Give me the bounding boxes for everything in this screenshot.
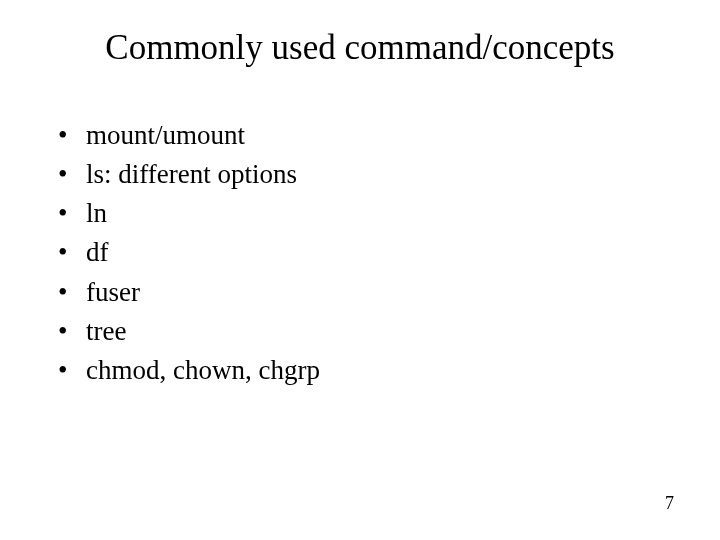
bullet-text: tree	[86, 312, 126, 351]
list-item: • ln	[58, 194, 672, 233]
bullet-text: chmod, chown, chgrp	[86, 351, 320, 390]
bullet-dot-icon: •	[58, 233, 86, 272]
list-item: • ls: different options	[58, 155, 672, 194]
bullet-dot-icon: •	[58, 194, 86, 233]
page-number: 7	[665, 493, 674, 514]
bullet-dot-icon: •	[58, 155, 86, 194]
list-item: • tree	[58, 312, 672, 351]
bullet-text: ln	[86, 194, 107, 233]
bullet-text: ls: different options	[86, 155, 297, 194]
bullet-dot-icon: •	[58, 116, 86, 155]
bullet-dot-icon: •	[58, 273, 86, 312]
bullet-list: • mount/umount • ls: different options •…	[48, 116, 672, 390]
bullet-dot-icon: •	[58, 351, 86, 390]
bullet-text: df	[86, 233, 109, 272]
bullet-text: mount/umount	[86, 116, 245, 155]
bullet-text: fuser	[86, 273, 140, 312]
slide-title: Commonly used command/concepts	[48, 28, 672, 68]
bullet-dot-icon: •	[58, 312, 86, 351]
list-item: • mount/umount	[58, 116, 672, 155]
list-item: • df	[58, 233, 672, 272]
list-item: • fuser	[58, 273, 672, 312]
slide: Commonly used command/concepts • mount/u…	[0, 0, 720, 540]
list-item: • chmod, chown, chgrp	[58, 351, 672, 390]
